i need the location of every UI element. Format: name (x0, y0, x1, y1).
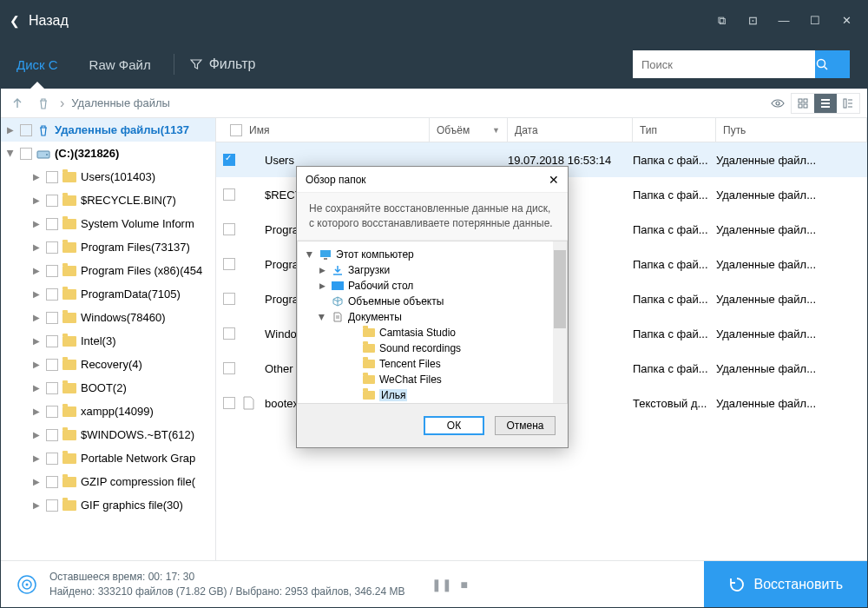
checkbox[interactable] (223, 397, 235, 409)
checkbox[interactable] (20, 148, 32, 160)
sidebar-disk-c[interactable]: ▶ (C:)(321826) (1, 142, 215, 165)
sidebar-folder[interactable]: ▶Intel(3) (1, 329, 215, 353)
sidebar-folder[interactable]: ▶GZIP compression file( (1, 470, 215, 493)
sidebar-folder[interactable]: ▶Program Files (x86)(454 (1, 259, 215, 282)
checkbox[interactable] (223, 258, 235, 270)
view-grid-button[interactable] (792, 94, 814, 113)
tab-raw-file[interactable]: Raw Файл (74, 40, 167, 89)
checkbox[interactable] (46, 406, 58, 418)
checkbox[interactable] (46, 218, 58, 230)
window-square1-icon[interactable]: ⧉ (713, 13, 729, 29)
ok-button[interactable]: ОК (424, 416, 484, 435)
col-date[interactable]: Дата (515, 124, 538, 136)
chevron-right-icon[interactable]: ▶ (30, 336, 43, 346)
search-input[interactable] (633, 50, 815, 78)
tab-disk-c[interactable]: Диск C (1, 40, 74, 89)
sidebar-folder[interactable]: ▶$RECYCLE.BIN(7) (1, 188, 215, 212)
tree-music[interactable]: ▶ Музыка (298, 403, 567, 404)
checkbox[interactable] (223, 154, 235, 166)
checkbox[interactable] (46, 288, 58, 301)
chevron-right-icon[interactable]: ▶ (30, 383, 43, 393)
chevron-right-icon[interactable]: ▶ (317, 266, 327, 274)
chevron-down-icon[interactable]: ▶ (6, 148, 16, 160)
checkbox[interactable] (223, 293, 235, 305)
restore-button[interactable]: Восстановить (704, 561, 867, 608)
chevron-right-icon[interactable]: ▶ (30, 430, 43, 439)
up-button[interactable] (8, 94, 27, 113)
sidebar-folder[interactable]: ▶System Volume Inform (1, 212, 215, 235)
sidebar-folder[interactable]: ▶$WINDOWS.~BT(612) (1, 423, 215, 446)
view-detail-button[interactable] (837, 94, 859, 113)
chevron-down-icon[interactable]: ▶ (318, 312, 326, 322)
preview-button[interactable] (766, 94, 789, 113)
checkbox[interactable] (46, 429, 58, 441)
chevron-right-icon[interactable]: ▶ (4, 125, 16, 135)
chevron-right-icon[interactable]: ▶ (30, 266, 43, 275)
sidebar-folder[interactable]: ▶ProgramData(7105) (1, 282, 215, 306)
chevron-right-icon[interactable]: ▶ (30, 289, 43, 299)
chevron-right-icon[interactable]: ▶ (30, 172, 43, 182)
chevron-right-icon[interactable]: ▶ (317, 281, 327, 290)
sidebar-folder[interactable]: ▶BOOT(2) (1, 376, 215, 400)
checkbox[interactable] (223, 362, 235, 374)
col-path[interactable]: Путь (723, 124, 746, 136)
col-name[interactable]: Имя (249, 124, 269, 136)
tree-documents[interactable]: ▶ Документы (298, 309, 567, 325)
chevron-right-icon[interactable]: ▶ (30, 500, 43, 510)
sidebar-folder[interactable]: ▶Program Files(73137) (1, 235, 215, 259)
minimize-icon[interactable]: — (776, 13, 792, 29)
search-button[interactable] (815, 50, 850, 78)
view-list-button[interactable] (814, 94, 837, 113)
checkbox[interactable] (223, 223, 235, 235)
col-size[interactable]: Объём (437, 124, 470, 136)
checkbox[interactable] (46, 265, 58, 277)
checkbox[interactable] (46, 312, 58, 324)
chevron-right-icon[interactable]: ▶ (30, 406, 43, 416)
chevron-right-icon[interactable]: ▶ (30, 242, 43, 252)
sidebar-deleted-files[interactable]: ▶ Удаленные файлы(1137 (1, 118, 215, 142)
close-icon[interactable]: ✕ (838, 13, 854, 29)
checkbox[interactable] (46, 453, 58, 465)
sidebar-folder[interactable]: ▶Recovery(4) (1, 353, 215, 376)
chevron-right-icon[interactable]: ▶ (30, 195, 43, 205)
checkbox[interactable] (46, 476, 58, 488)
checkbox[interactable] (46, 335, 58, 347)
back-button[interactable]: ❮ Назад (10, 13, 69, 29)
chevron-right-icon[interactable]: ▶ (30, 219, 43, 228)
maximize-icon[interactable]: ☐ (807, 13, 823, 29)
tree-this-pc[interactable]: ▶ Этот компьютер (298, 247, 567, 262)
checkbox[interactable] (46, 499, 58, 512)
checkbox[interactable] (223, 188, 235, 201)
chevron-right-icon[interactable]: ▶ (30, 477, 43, 486)
tree-folder[interactable]: WeChat Files (298, 372, 567, 387)
tree-folder[interactable]: Camtasia Studio (298, 325, 567, 340)
checkbox[interactable] (20, 124, 32, 136)
pause-button[interactable]: ❚❚ (431, 578, 452, 591)
tree-3d-objects[interactable]: Объемные объекты (298, 294, 567, 309)
chevron-right-icon[interactable]: ▶ (30, 453, 43, 463)
window-square2-icon[interactable]: ⊡ (745, 13, 760, 29)
chevron-down-icon[interactable]: ▶ (306, 249, 314, 260)
sidebar-folder[interactable]: ▶xampp(14099) (1, 400, 215, 423)
checkbox-all[interactable] (230, 124, 242, 136)
tree-folder[interactable]: Илья (298, 387, 567, 403)
chevron-right-icon[interactable]: ▶ (30, 313, 43, 322)
tree-folder[interactable]: Sound recordings (298, 340, 567, 356)
filter-button[interactable]: Фильтр (181, 56, 265, 72)
dialog-title-bar[interactable]: Обзор папок ✕ (297, 167, 568, 193)
tree-desktop[interactable]: ▶ Рабочий стол (298, 278, 567, 294)
checkbox[interactable] (223, 327, 235, 340)
sidebar-folder[interactable]: ▶Windows(78460) (1, 306, 215, 329)
stop-button[interactable]: ■ (461, 578, 468, 591)
checkbox[interactable] (46, 171, 58, 183)
tree-downloads[interactable]: ▶ Загрузки (298, 262, 567, 278)
cancel-button[interactable]: Отмена (495, 416, 556, 435)
dialog-close-button[interactable]: ✕ (549, 173, 559, 187)
checkbox[interactable] (46, 359, 58, 371)
sidebar-folder[interactable]: ▶GIF graphics file(30) (1, 493, 215, 517)
checkbox[interactable] (46, 241, 58, 254)
checkbox[interactable] (46, 195, 58, 207)
sidebar-folder[interactable]: ▶Users(101403) (1, 165, 215, 188)
tree-folder[interactable]: Tencent Files (298, 356, 567, 372)
chevron-right-icon[interactable]: ▶ (30, 360, 43, 369)
